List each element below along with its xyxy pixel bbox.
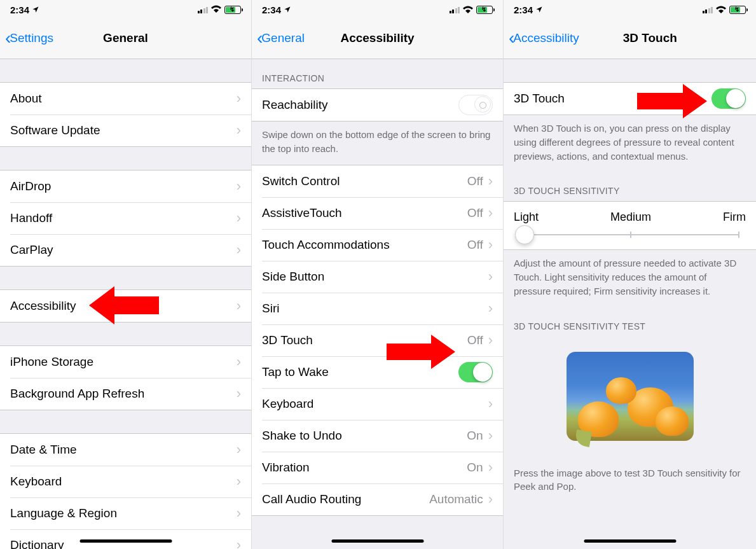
row-3d-touch-master[interactable]: 3D Touch xyxy=(504,83,756,115)
row-label: Siri xyxy=(262,302,488,316)
battery-icon: ↯ xyxy=(729,6,746,14)
wifi-icon xyxy=(463,4,473,15)
row-shake-to-undo[interactable]: Shake to Undo On › xyxy=(252,420,503,452)
group-about: About › Software Update › xyxy=(0,82,251,147)
back-label: Accessibility xyxy=(513,31,579,45)
battery-icon: ↯ xyxy=(224,6,241,14)
screen-general: 2:34 ↯ ‹ Settings General xyxy=(0,0,252,549)
row-label: AssistiveTouch xyxy=(262,206,467,220)
back-label: General xyxy=(261,31,305,45)
row-software-update[interactable]: Software Update › xyxy=(0,115,251,146)
row-label: AirDrop xyxy=(10,179,237,193)
row-keyboard[interactable]: Keyboard › xyxy=(252,388,503,420)
row-tap-to-wake[interactable]: Tap to Wake xyxy=(252,356,503,388)
chevron-right-icon: › xyxy=(488,492,493,506)
back-button[interactable]: ‹ Settings xyxy=(5,29,53,47)
row-vibration[interactable]: Vibration On › xyxy=(252,452,503,483)
nav-title: 3D Touch xyxy=(623,31,677,45)
row-call-audio-routing[interactable]: Call Audio Routing Automatic › xyxy=(252,483,503,515)
row-3d-touch[interactable]: 3D Touch Off › xyxy=(252,324,503,356)
chevron-right-icon: › xyxy=(237,299,241,313)
home-indicator xyxy=(584,539,676,543)
row-about[interactable]: About › xyxy=(0,83,251,115)
row-label: 3D Touch xyxy=(514,92,711,106)
row-iphone-storage[interactable]: iPhone Storage › xyxy=(0,346,251,378)
status-bar: 2:34 ↯ xyxy=(504,0,756,18)
chevron-right-icon: › xyxy=(488,429,493,443)
chevron-right-icon: › xyxy=(237,211,241,225)
group-header-interaction: Interaction xyxy=(252,59,503,88)
back-label: Settings xyxy=(10,31,53,45)
row-label: Side Button xyxy=(262,270,488,284)
row-switch-control[interactable]: Switch Control Off › xyxy=(252,165,503,197)
row-label: Keyboard xyxy=(10,475,237,489)
chevron-right-icon: › xyxy=(237,123,241,137)
row-assistivetouch[interactable]: AssistiveTouch Off › xyxy=(252,197,503,229)
chevron-right-icon: › xyxy=(237,355,241,369)
3d-touch-footer: When 3D Touch is on, you can press on th… xyxy=(504,115,756,172)
chevron-right-icon: › xyxy=(237,387,241,401)
3d-touch-switch[interactable] xyxy=(711,88,746,109)
nav-title: Accessibility xyxy=(340,31,414,45)
chevron-right-icon: › xyxy=(488,333,493,347)
row-date-time[interactable]: Date & Time › xyxy=(0,434,251,466)
row-label: About xyxy=(10,92,237,106)
chevron-right-icon: › xyxy=(488,174,493,188)
row-label: Shake to Undo xyxy=(262,429,467,443)
row-handoff[interactable]: Handoff › xyxy=(0,202,251,234)
home-indicator xyxy=(331,539,423,543)
row-side-button[interactable]: Side Button › xyxy=(252,261,503,293)
row-label: Tap to Wake xyxy=(262,365,458,379)
row-label: Vibration xyxy=(262,461,467,475)
row-keyboard[interactable]: Keyboard › xyxy=(0,466,251,497)
screen-accessibility: 2:34 ↯ ‹ General Accessibility Interacti… xyxy=(252,0,504,549)
row-carplay[interactable]: CarPlay › xyxy=(0,234,251,266)
row-label: Handoff xyxy=(10,211,237,225)
cellular-icon xyxy=(198,6,209,13)
nav-bar: ‹ General Accessibility xyxy=(252,18,503,59)
chevron-right-icon: › xyxy=(237,506,241,520)
slider-thumb[interactable] xyxy=(515,225,534,244)
sensitivity-test-image[interactable] xyxy=(567,352,694,441)
row-label: Call Audio Routing xyxy=(262,492,429,506)
back-button[interactable]: ‹ General xyxy=(257,29,305,47)
test-footer: Press the image above to test 3D Touch s… xyxy=(504,460,756,503)
tap-to-wake-switch[interactable] xyxy=(458,362,493,382)
row-label: CarPlay xyxy=(10,243,237,257)
group-header-sensitivity: 3D Touch Sensitivity xyxy=(504,172,756,201)
status-bar: 2:34 ↯ xyxy=(252,0,503,18)
row-touch-accommodations[interactable]: Touch Accommodations Off › xyxy=(252,229,503,261)
cellular-icon xyxy=(703,6,713,13)
group-header-test: 3D Touch Sensitivity Test xyxy=(504,307,756,337)
row-value: Off xyxy=(467,238,483,252)
chevron-right-icon: › xyxy=(488,238,493,252)
row-label: Language & Region xyxy=(10,506,237,520)
row-label: Touch Accommodations xyxy=(262,238,467,252)
chevron-right-icon: › xyxy=(488,206,493,220)
row-label: Software Update xyxy=(10,123,237,137)
row-siri[interactable]: Siri › xyxy=(252,293,503,324)
chevron-right-icon: › xyxy=(488,270,493,284)
nav-bar: ‹ Accessibility 3D Touch xyxy=(504,18,756,59)
sensitivity-slider[interactable] xyxy=(521,234,738,235)
row-reachability[interactable]: Reachability xyxy=(252,89,503,121)
back-button[interactable]: ‹ Accessibility xyxy=(509,29,579,47)
row-airdrop[interactable]: AirDrop › xyxy=(0,170,251,202)
group-locale: Date & Time › Keyboard › Language & Regi… xyxy=(0,433,251,549)
reachability-footer: Swipe down on the bottom edge of the scr… xyxy=(252,122,503,165)
row-background-app-refresh[interactable]: Background App Refresh › xyxy=(0,378,251,410)
row-accessibility[interactable]: Accessibility › xyxy=(0,290,251,322)
status-time: 2:34 xyxy=(10,4,29,15)
chevron-right-icon: › xyxy=(237,179,241,193)
sensitivity-test-area xyxy=(504,337,756,460)
row-language-region[interactable]: Language & Region › xyxy=(0,497,251,529)
status-time: 2:34 xyxy=(514,4,533,15)
reachability-switch[interactable] xyxy=(458,95,493,115)
screen-3d-touch: 2:34 ↯ ‹ Accessibility 3D Touch xyxy=(504,0,756,549)
location-icon xyxy=(32,4,39,15)
row-value: On xyxy=(467,429,483,443)
status-bar: 2:34 ↯ xyxy=(0,0,251,18)
status-time: 2:34 xyxy=(262,4,281,15)
group-connectivity: AirDrop › Handoff › CarPlay › xyxy=(0,170,251,267)
wifi-icon xyxy=(716,4,726,15)
